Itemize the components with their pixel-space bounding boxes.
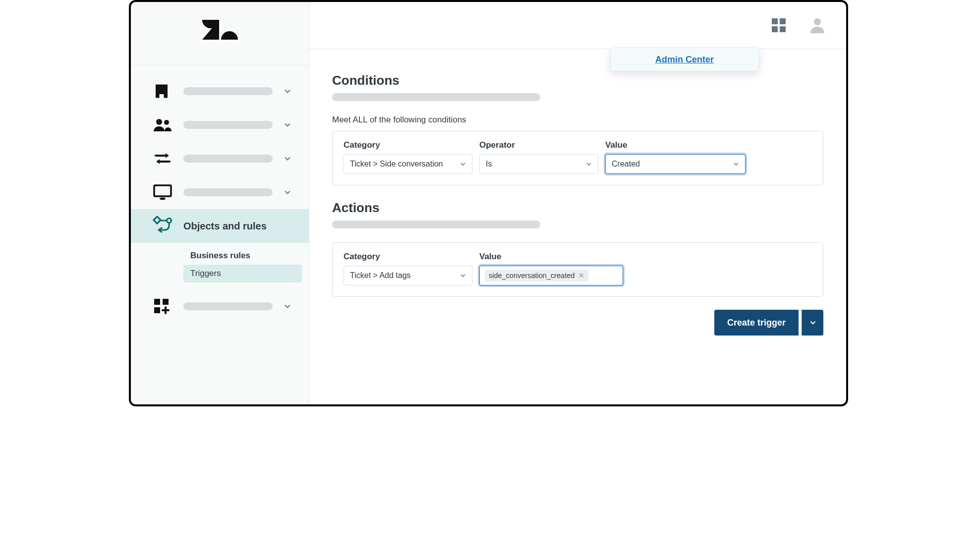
svg-rect-11 — [154, 307, 160, 313]
tag-text: side_conversation_created — [489, 272, 575, 280]
sidebar-item-label: Objects and rules — [183, 221, 300, 232]
conditions-title: Conditions — [332, 73, 823, 88]
action-category-value: Ticket > Add tags — [350, 271, 411, 280]
condition-value-label: Value — [605, 140, 746, 150]
content-area: Conditions Meet ALL of the following con… — [309, 49, 846, 404]
conditions-card: Category Ticket > Side conversation Oper… — [332, 131, 823, 185]
condition-category-label: Category — [344, 140, 472, 150]
svg-point-8 — [167, 219, 172, 223]
admin-center-link[interactable]: Admin Center — [655, 55, 714, 65]
placeholder-bar — [183, 121, 273, 129]
placeholder-bar — [183, 188, 273, 196]
main: Admin Center Conditions Meet ALL of the … — [309, 2, 846, 404]
svg-rect-5 — [154, 185, 171, 196]
actions-card: Category Ticket > Add tags Value si — [332, 242, 823, 297]
chevron-down-icon — [808, 318, 817, 327]
chevron-down-icon — [283, 301, 292, 311]
placeholder-bar — [183, 87, 273, 95]
chevron-down-icon — [283, 187, 292, 197]
apps-add-icon — [153, 297, 171, 315]
actions-title: Actions — [332, 200, 823, 216]
chevron-down-icon — [459, 272, 467, 280]
sidebar-item-account[interactable] — [131, 74, 309, 108]
placeholder-bar — [183, 155, 273, 163]
condition-category-select[interactable]: Ticket > Side conversation — [344, 154, 472, 174]
condition-operator-select[interactable]: Is — [479, 154, 598, 174]
chevron-down-icon — [585, 160, 593, 168]
sidebar-item-channels[interactable] — [131, 142, 309, 175]
user-icon — [808, 16, 826, 34]
svg-rect-14 — [772, 18, 778, 24]
condition-operator-label: Operator — [479, 140, 598, 150]
arrows-icon — [153, 151, 172, 166]
subnav-item-triggers[interactable]: Triggers — [183, 265, 302, 282]
svg-rect-9 — [154, 299, 160, 305]
conditions-all-hint: Meet ALL of the following conditions — [332, 115, 823, 125]
svg-rect-17 — [780, 26, 786, 32]
chevron-down-icon — [283, 154, 292, 164]
monitor-icon — [153, 184, 172, 201]
profile-button[interactable] — [808, 16, 826, 34]
footer-actions: Create trigger — [332, 297, 823, 336]
grid-icon — [770, 16, 788, 34]
create-trigger-button[interactable]: Create trigger — [714, 310, 799, 336]
sidebar: Objects and rules Business rules Trigger… — [131, 2, 309, 404]
placeholder-bar — [332, 221, 540, 228]
sidebar-nav: Objects and rules Business rules Trigger… — [131, 65, 309, 323]
admin-center-popover[interactable]: Admin Center — [610, 48, 759, 71]
svg-rect-15 — [780, 18, 786, 24]
action-category-label: Category — [344, 252, 472, 262]
sidebar-item-people[interactable] — [131, 108, 309, 142]
chevron-down-icon — [459, 160, 467, 168]
zendesk-logo-icon — [202, 20, 238, 48]
action-value-tag-input[interactable]: side_conversation_created ✕ — [479, 266, 623, 285]
chevron-down-icon — [283, 86, 292, 96]
svg-rect-10 — [163, 299, 169, 305]
svg-point-18 — [814, 18, 821, 25]
svg-point-2 — [164, 120, 169, 125]
placeholder-bar — [183, 302, 273, 310]
workflow-icon — [153, 216, 173, 236]
sidebar-item-objects-and-rules[interactable]: Objects and rules — [131, 209, 309, 243]
condition-operator-value: Is — [486, 160, 492, 168]
subnav-heading-business-rules: Business rules — [183, 247, 309, 265]
svg-point-6 — [160, 198, 166, 200]
action-value-label: Value — [479, 252, 623, 262]
sidebar-item-workspaces[interactable] — [131, 175, 309, 209]
create-trigger-dropdown-button[interactable] — [802, 310, 823, 336]
placeholder-bar — [332, 93, 540, 101]
logo — [131, 2, 309, 65]
chevron-down-icon — [732, 160, 740, 168]
building-icon — [153, 82, 171, 100]
svg-point-1 — [156, 119, 162, 125]
tag-remove-icon[interactable]: ✕ — [578, 272, 584, 279]
products-button[interactable] — [770, 16, 788, 34]
chevron-down-icon — [283, 120, 292, 130]
sidebar-item-apps[interactable] — [131, 289, 309, 323]
condition-value-select[interactable]: Created — [605, 154, 746, 174]
sidebar-subnav: Business rules Triggers — [131, 243, 309, 289]
action-category-select[interactable]: Ticket > Add tags — [344, 266, 472, 285]
condition-value-value: Created — [612, 160, 640, 168]
condition-category-value: Ticket > Side conversation — [350, 160, 443, 168]
svg-rect-16 — [772, 26, 778, 32]
topbar — [309, 2, 846, 49]
people-icon — [153, 117, 172, 132]
tag-chip[interactable]: side_conversation_created ✕ — [485, 270, 588, 281]
